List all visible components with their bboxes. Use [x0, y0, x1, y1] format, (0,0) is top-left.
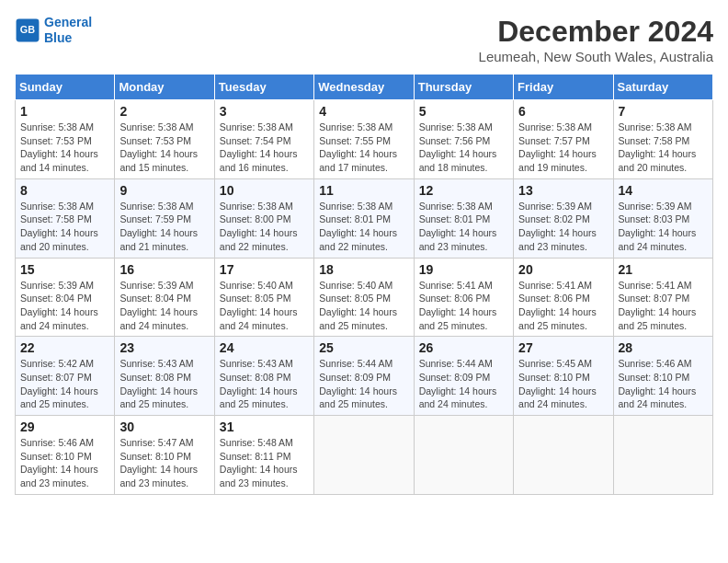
calendar-header-row: SundayMondayTuesdayWednesdayThursdayFrid… [16, 75, 713, 100]
calendar-table: SundayMondayTuesdayWednesdayThursdayFrid… [15, 74, 713, 495]
calendar-week-row: 1Sunrise: 5:38 AM Sunset: 7:53 PM Daylig… [16, 100, 713, 179]
day-detail: Sunrise: 5:46 AM Sunset: 8:10 PM Dayligh… [619, 357, 708, 411]
day-number: 3 [220, 104, 309, 119]
day-detail: Sunrise: 5:38 AM Sunset: 7:58 PM Dayligh… [20, 200, 109, 254]
day-number: 12 [419, 183, 508, 198]
day-detail: Sunrise: 5:47 AM Sunset: 8:10 PM Dayligh… [119, 436, 209, 490]
day-detail: Sunrise: 5:38 AM Sunset: 7:58 PM Dayligh… [619, 121, 708, 175]
calendar-cell: 12Sunrise: 5:38 AM Sunset: 8:01 PM Dayli… [414, 178, 513, 258]
calendar-cell [314, 416, 414, 495]
day-number: 20 [518, 262, 608, 277]
day-detail: Sunrise: 5:43 AM Sunset: 8:08 PM Dayligh… [220, 357, 309, 411]
day-detail: Sunrise: 5:38 AM Sunset: 7:59 PM Dayligh… [119, 200, 209, 254]
calendar-cell: 6Sunrise: 5:38 AM Sunset: 7:57 PM Daylig… [514, 100, 613, 179]
day-number: 13 [518, 183, 608, 198]
logo-line2: Blue [44, 30, 72, 45]
day-detail: Sunrise: 5:38 AM Sunset: 8:01 PM Dayligh… [419, 200, 508, 254]
day-number: 5 [419, 104, 508, 119]
day-detail: Sunrise: 5:39 AM Sunset: 8:03 PM Dayligh… [619, 200, 708, 254]
calendar-cell [514, 416, 613, 495]
page-header: GB General Blue December 2024 Leumeah, N… [15, 15, 713, 64]
day-detail: Sunrise: 5:48 AM Sunset: 8:11 PM Dayligh… [220, 436, 309, 490]
calendar-cell: 19Sunrise: 5:41 AM Sunset: 8:06 PM Dayli… [414, 258, 513, 337]
day-number: 10 [220, 183, 309, 198]
weekday-header: Tuesday [214, 75, 313, 100]
day-number: 17 [220, 262, 309, 277]
calendar-cell: 14Sunrise: 5:39 AM Sunset: 8:03 PM Dayli… [613, 178, 712, 258]
calendar-cell: 17Sunrise: 5:40 AM Sunset: 8:05 PM Dayli… [214, 258, 313, 337]
day-number: 15 [20, 262, 109, 277]
calendar-week-row: 15Sunrise: 5:39 AM Sunset: 8:04 PM Dayli… [16, 258, 713, 337]
calendar-cell: 24Sunrise: 5:43 AM Sunset: 8:08 PM Dayli… [214, 337, 313, 416]
day-number: 26 [419, 340, 508, 355]
day-number: 29 [20, 419, 109, 434]
day-detail: Sunrise: 5:38 AM Sunset: 7:53 PM Dayligh… [119, 121, 209, 175]
day-number: 6 [518, 104, 608, 119]
day-number: 24 [220, 340, 309, 355]
day-detail: Sunrise: 5:40 AM Sunset: 8:05 PM Dayligh… [319, 279, 408, 333]
day-detail: Sunrise: 5:38 AM Sunset: 8:00 PM Dayligh… [220, 200, 309, 254]
day-number: 2 [119, 104, 209, 119]
calendar-cell: 11Sunrise: 5:38 AM Sunset: 8:01 PM Dayli… [314, 178, 414, 258]
day-number: 31 [220, 419, 309, 434]
day-number: 22 [20, 340, 109, 355]
day-detail: Sunrise: 5:40 AM Sunset: 8:05 PM Dayligh… [220, 279, 309, 333]
weekday-header: Wednesday [314, 75, 414, 100]
logo: GB General Blue [15, 15, 92, 46]
day-number: 8 [20, 183, 109, 198]
day-detail: Sunrise: 5:42 AM Sunset: 8:07 PM Dayligh… [20, 357, 109, 411]
calendar-week-row: 8Sunrise: 5:38 AM Sunset: 7:58 PM Daylig… [16, 178, 713, 258]
day-detail: Sunrise: 5:38 AM Sunset: 7:53 PM Dayligh… [20, 121, 109, 175]
calendar-cell: 7Sunrise: 5:38 AM Sunset: 7:58 PM Daylig… [613, 100, 712, 179]
calendar-cell [414, 416, 513, 495]
day-detail: Sunrise: 5:41 AM Sunset: 8:07 PM Dayligh… [619, 279, 708, 333]
calendar-cell: 15Sunrise: 5:39 AM Sunset: 8:04 PM Dayli… [16, 258, 115, 337]
day-number: 11 [319, 183, 408, 198]
title-block: December 2024 Leumeah, New South Wales, … [479, 15, 713, 64]
day-detail: Sunrise: 5:38 AM Sunset: 7:57 PM Dayligh… [518, 121, 608, 175]
calendar-cell: 2Sunrise: 5:38 AM Sunset: 7:53 PM Daylig… [115, 100, 214, 179]
svg-text:GB: GB [20, 24, 35, 35]
day-detail: Sunrise: 5:39 AM Sunset: 8:04 PM Dayligh… [119, 279, 209, 333]
calendar-cell: 31Sunrise: 5:48 AM Sunset: 8:11 PM Dayli… [214, 416, 313, 495]
day-detail: Sunrise: 5:45 AM Sunset: 8:10 PM Dayligh… [518, 357, 608, 411]
day-number: 18 [319, 262, 408, 277]
location-title: Leumeah, New South Wales, Australia [479, 49, 713, 64]
calendar-cell: 9Sunrise: 5:38 AM Sunset: 7:59 PM Daylig… [115, 178, 214, 258]
calendar-week-row: 29Sunrise: 5:46 AM Sunset: 8:10 PM Dayli… [16, 416, 713, 495]
calendar-cell: 1Sunrise: 5:38 AM Sunset: 7:53 PM Daylig… [16, 100, 115, 179]
day-detail: Sunrise: 5:38 AM Sunset: 8:01 PM Dayligh… [319, 200, 408, 254]
day-number: 16 [119, 262, 209, 277]
calendar-cell: 10Sunrise: 5:38 AM Sunset: 8:00 PM Dayli… [214, 178, 313, 258]
day-number: 21 [619, 262, 708, 277]
day-number: 9 [119, 183, 209, 198]
day-number: 7 [619, 104, 708, 119]
logo-icon: GB [15, 17, 40, 43]
calendar-cell: 16Sunrise: 5:39 AM Sunset: 8:04 PM Dayli… [115, 258, 214, 337]
calendar-cell: 22Sunrise: 5:42 AM Sunset: 8:07 PM Dayli… [16, 337, 115, 416]
logo-line1: General [44, 15, 92, 29]
day-detail: Sunrise: 5:39 AM Sunset: 8:04 PM Dayligh… [20, 279, 109, 333]
calendar-cell: 8Sunrise: 5:38 AM Sunset: 7:58 PM Daylig… [16, 178, 115, 258]
day-number: 1 [20, 104, 109, 119]
logo-text: General Blue [44, 15, 92, 46]
day-number: 14 [619, 183, 708, 198]
calendar-week-row: 22Sunrise: 5:42 AM Sunset: 8:07 PM Dayli… [16, 337, 713, 416]
day-number: 4 [319, 104, 408, 119]
day-number: 30 [119, 419, 209, 434]
day-number: 27 [518, 340, 608, 355]
calendar-cell: 28Sunrise: 5:46 AM Sunset: 8:10 PM Dayli… [613, 337, 712, 416]
calendar-cell: 3Sunrise: 5:38 AM Sunset: 7:54 PM Daylig… [214, 100, 313, 179]
calendar-cell: 26Sunrise: 5:44 AM Sunset: 8:09 PM Dayli… [414, 337, 513, 416]
calendar-cell: 27Sunrise: 5:45 AM Sunset: 8:10 PM Dayli… [514, 337, 613, 416]
calendar-cell: 5Sunrise: 5:38 AM Sunset: 7:56 PM Daylig… [414, 100, 513, 179]
day-detail: Sunrise: 5:39 AM Sunset: 8:02 PM Dayligh… [518, 200, 608, 254]
day-detail: Sunrise: 5:46 AM Sunset: 8:10 PM Dayligh… [20, 436, 109, 490]
weekday-header: Saturday [613, 75, 712, 100]
weekday-header: Friday [514, 75, 613, 100]
day-number: 28 [619, 340, 708, 355]
day-detail: Sunrise: 5:43 AM Sunset: 8:08 PM Dayligh… [119, 357, 209, 411]
calendar-cell: 30Sunrise: 5:47 AM Sunset: 8:10 PM Dayli… [115, 416, 214, 495]
calendar-cell: 29Sunrise: 5:46 AM Sunset: 8:10 PM Dayli… [16, 416, 115, 495]
day-detail: Sunrise: 5:38 AM Sunset: 7:55 PM Dayligh… [319, 121, 408, 175]
